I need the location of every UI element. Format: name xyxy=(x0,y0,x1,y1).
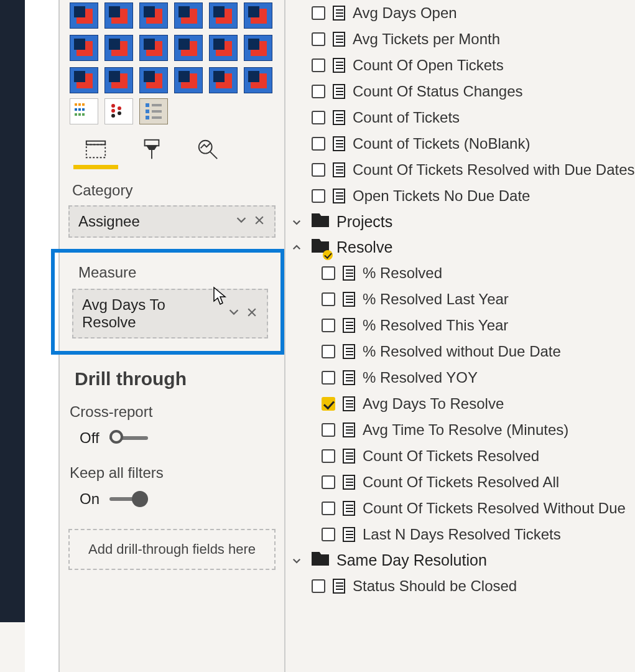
svg-rect-5 xyxy=(82,108,85,111)
remove-category-icon[interactable] xyxy=(253,213,266,230)
measure-icon xyxy=(333,110,345,125)
field-item[interactable]: Avg Days Open xyxy=(285,0,635,26)
field-item[interactable]: Avg Days To Resolve xyxy=(285,391,635,417)
field-item[interactable]: Count Of Tickets Resolved Without Due xyxy=(285,495,635,521)
custom-visual-icon[interactable] xyxy=(104,35,133,61)
chevron-down-icon[interactable] xyxy=(289,215,304,230)
chevron-down-icon[interactable] xyxy=(234,213,248,230)
field-item[interactable]: Count of Tickets (NoBlank) xyxy=(285,131,635,157)
keep-filters-toggle[interactable] xyxy=(109,491,148,507)
field-checkbox[interactable] xyxy=(322,475,335,489)
field-item[interactable]: Last N Days Resolved Tickets xyxy=(285,521,635,548)
custom-visual-icon[interactable] xyxy=(174,35,203,61)
tab-analytics[interactable] xyxy=(189,136,226,163)
svg-rect-15 xyxy=(152,104,162,106)
drillthrough-drop-zone[interactable]: Add drill-through fields here xyxy=(68,529,276,570)
measure-icon xyxy=(343,422,355,437)
custom-visual-icon[interactable] xyxy=(104,67,133,93)
field-checkbox[interactable] xyxy=(322,397,335,411)
field-item[interactable]: Count Of Open Tickets xyxy=(285,52,635,78)
chevron-up-icon[interactable] xyxy=(289,240,304,255)
table-item[interactable]: Same Day Resolution xyxy=(285,548,635,573)
custom-visual-icon[interactable] xyxy=(104,2,133,29)
left-dark-strip xyxy=(0,0,25,622)
category-field-well[interactable]: Assignee xyxy=(68,205,276,238)
field-checkbox[interactable] xyxy=(322,528,335,541)
field-checkbox[interactable] xyxy=(312,137,325,151)
svg-rect-17 xyxy=(152,110,162,113)
field-label: Open Tickets No Due Date xyxy=(353,187,530,205)
custom-visual-icon[interactable] xyxy=(70,67,98,93)
custom-visual-icon[interactable] xyxy=(174,67,203,93)
list-visual-icon[interactable] xyxy=(139,98,168,124)
field-item[interactable]: % Resolved Last Year xyxy=(285,286,635,312)
svg-point-13 xyxy=(118,111,121,115)
field-item[interactable]: Open Tickets No Due Date xyxy=(285,183,635,209)
field-item[interactable]: Count Of Tickets Resolved All xyxy=(285,469,635,495)
svg-rect-19 xyxy=(152,116,162,119)
field-checkbox[interactable] xyxy=(322,319,335,332)
field-checkbox[interactable] xyxy=(322,423,335,437)
field-checkbox[interactable] xyxy=(322,449,335,463)
stacked-dot-visual-icon[interactable] xyxy=(104,98,133,124)
field-label: % Resolved YOY xyxy=(363,369,478,386)
custom-visual-icon[interactable] xyxy=(244,35,272,61)
field-item[interactable]: Status Should be Closed xyxy=(285,573,635,599)
chevron-down-icon[interactable] xyxy=(227,305,241,322)
measure-icon xyxy=(333,162,345,177)
measure-icon xyxy=(343,396,355,411)
field-item[interactable]: Count Of Tickets Resolved xyxy=(285,443,635,469)
field-checkbox[interactable] xyxy=(312,85,325,98)
custom-visual-icon[interactable] xyxy=(174,2,203,29)
field-checkbox[interactable] xyxy=(322,345,335,358)
field-checkbox[interactable] xyxy=(322,266,335,280)
field-item[interactable]: % Resolved This Year xyxy=(285,312,635,338)
field-item[interactable]: Count Of Status Changes xyxy=(285,78,635,105)
field-checkbox[interactable] xyxy=(312,111,325,124)
table-item[interactable]: Resolve xyxy=(285,235,635,260)
field-checkbox[interactable] xyxy=(312,189,325,203)
chiclet-visual-icon[interactable] xyxy=(70,98,98,124)
field-item[interactable]: % Resolved xyxy=(285,260,635,286)
field-checkbox[interactable] xyxy=(322,371,335,385)
custom-visual-icon[interactable] xyxy=(209,35,238,61)
field-item[interactable]: Avg Time To Resolve (Minutes) xyxy=(285,417,635,443)
svg-point-24 xyxy=(199,141,212,154)
custom-visual-icon[interactable] xyxy=(139,67,168,93)
field-checkbox[interactable] xyxy=(322,502,335,515)
svg-rect-20 xyxy=(86,144,105,157)
svg-point-9 xyxy=(111,104,115,108)
tab-fields[interactable] xyxy=(77,136,114,163)
tab-format[interactable] xyxy=(133,136,170,163)
custom-visual-icon[interactable] xyxy=(70,35,98,61)
measure-highlight-box: Measure Avg Days To Resolve xyxy=(51,249,284,355)
custom-visual-icon[interactable] xyxy=(139,35,168,61)
field-item[interactable]: Avg Tickets per Month xyxy=(285,26,635,52)
viz-gallery xyxy=(60,0,284,98)
field-checkbox[interactable] xyxy=(312,58,325,72)
svg-point-10 xyxy=(111,109,115,113)
custom-visual-icon[interactable] xyxy=(209,67,238,93)
custom-visual-icon[interactable] xyxy=(139,2,168,29)
svg-line-25 xyxy=(210,152,217,159)
field-label: % Resolved Last Year xyxy=(363,291,509,308)
custom-visual-icon[interactable] xyxy=(244,67,272,93)
field-checkbox[interactable] xyxy=(312,32,325,46)
field-checkbox[interactable] xyxy=(312,163,325,177)
field-item[interactable]: Count of Tickets xyxy=(285,105,635,131)
chevron-down-icon[interactable] xyxy=(289,553,304,568)
custom-visual-icon[interactable] xyxy=(244,2,272,29)
field-item[interactable]: % Resolved without Due Date xyxy=(285,338,635,365)
field-checkbox[interactable] xyxy=(312,579,325,593)
table-item[interactable]: Projects xyxy=(285,209,635,235)
remove-measure-icon[interactable] xyxy=(246,305,258,322)
field-item[interactable]: Count Of Tickets Resolved with Due Dates xyxy=(285,157,635,183)
field-item[interactable]: % Resolved YOY xyxy=(285,365,635,391)
measure-field-well[interactable]: Avg Days To Resolve xyxy=(72,289,268,338)
field-checkbox[interactable] xyxy=(322,292,335,306)
cross-report-toggle[interactable] xyxy=(109,430,148,446)
field-checkbox[interactable] xyxy=(312,6,325,20)
custom-visual-icon[interactable] xyxy=(70,2,98,29)
custom-visual-icon[interactable] xyxy=(209,2,238,29)
svg-rect-8 xyxy=(82,113,85,116)
